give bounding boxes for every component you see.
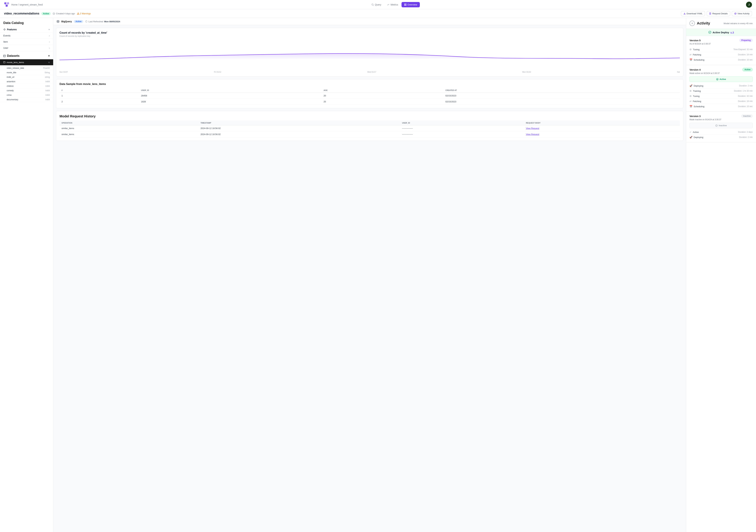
tab-metrics[interactable]: Metrics <box>385 2 401 7</box>
main-layout: Data Catalog Features + Events › Item › … <box>0 18 756 532</box>
svg-rect-7 <box>404 5 405 6</box>
step-scheduling-v4: 📅 Scheduling Duration: 10 sec <box>689 104 753 109</box>
view-request-link[interactable]: View Request <box>526 127 539 130</box>
inactive-icon <box>715 124 718 127</box>
history-table: OPERATION TIMESTAMP USER_ID REQUEST BODY… <box>60 120 680 138</box>
step-fetching-v4: ⇄ Fetching Duration: 16 min <box>689 99 753 104</box>
svg-point-21 <box>57 20 59 21</box>
catalog-title: Data Catalog <box>3 21 24 25</box>
datasource-status-badge: Active <box>74 20 83 23</box>
fetching-icon: ⇄ <box>689 53 691 56</box>
column-video-release-date: video_release_date Float32 <box>0 66 53 70</box>
search-icon <box>371 4 374 6</box>
chevron-down-icon: ∨ <box>48 61 50 63</box>
column-documentary: documentary Int64 <box>0 97 53 102</box>
data-sample-section: Data Sample from movie_lens_items # USER… <box>56 79 683 108</box>
step-fetching: ⇄ Fetching Duration: 16 min <box>689 52 753 57</box>
add-dataset-button[interactable]: + <box>48 54 50 58</box>
center-panel: BigQuery Active Last Refreshed Mon 08/05… <box>53 18 686 532</box>
dataset-movie-lens[interactable]: movie_lens_items ∨ <box>0 59 53 65</box>
status-badge: Active <box>41 12 51 15</box>
datasource-bar: BigQuery Active Last Refreshed Mon 08/05… <box>53 18 686 25</box>
step-scheduling: 📅 Scheduling Duration: 10 sec <box>689 57 753 62</box>
breadcrumb: Home / segment_stream_feed <box>11 3 43 6</box>
dataset-icon <box>3 61 5 63</box>
data-catalog-header: Data Catalog <box>0 18 53 26</box>
refresh-info: Last Refreshed Mon 08/05/2024 <box>85 20 120 23</box>
created-info: Created 4 days ago <box>53 12 75 15</box>
column-crime: crime Int64 <box>0 93 53 97</box>
svg-rect-2 <box>6 5 8 7</box>
activity-icon <box>734 13 737 15</box>
warnings-badge[interactable]: 2 Warnings <box>77 12 91 15</box>
svg-rect-5 <box>404 4 405 5</box>
svg-rect-0 <box>4 2 7 5</box>
version-3-badge: Inactive <box>741 114 753 118</box>
features-section[interactable]: Features + <box>0 26 53 33</box>
data-sample-table: # USER_ID AGE CREATED AT 1 28458 20 02/1… <box>60 88 680 105</box>
table-icon <box>3 55 6 57</box>
data-sample-title: Data Sample from movie_lens_items <box>60 83 680 86</box>
nav-left: Home / segment_stream_feed <box>4 2 43 7</box>
retrain-info: Model retrains in every 45 min <box>724 22 753 25</box>
avatar: J <box>746 2 752 8</box>
deploy-icon: 🚀 <box>689 136 692 139</box>
chart-title: Count of records by 'created_at_time' <box>60 31 680 34</box>
nav-item-events[interactable]: Events › <box>0 33 53 39</box>
sub-header-right: Download YAML Request Details View Activ… <box>681 11 752 16</box>
sub-header-left: video_recommendations Active Created 4 d… <box>4 12 91 15</box>
view-activity-button[interactable]: View Activity <box>732 11 752 16</box>
grid-icon <box>404 4 407 6</box>
warning-icon <box>77 13 79 15</box>
step-active-v3: ✓ Active Duration: 2 days <box>689 130 753 135</box>
training-icon: ⚙ <box>689 89 692 92</box>
svg-rect-16 <box>4 55 6 57</box>
version-5-badge: Preparing <box>739 38 753 42</box>
request-details-button[interactable]: Request Details <box>707 11 730 16</box>
tab-query[interactable]: Query <box>369 2 384 7</box>
svg-rect-12 <box>710 13 711 14</box>
tuning-icon: ⚙ <box>689 95 692 97</box>
activity-panel: ✕ Activity Model retrains in every 45 mi… <box>686 18 756 532</box>
active-deploy-version-link[interactable]: v. 5 <box>731 31 734 34</box>
chart-subtitle: Count of records by replication key <box>60 35 680 37</box>
deploy-icon: 🚀 <box>689 85 692 87</box>
sub-header: video_recommendations Active Created 4 d… <box>0 9 756 18</box>
chart-section: Count of records by 'created_at_time' Co… <box>56 28 683 76</box>
nav-item-item[interactable]: Item › <box>0 39 53 45</box>
check-circle-icon <box>708 31 711 34</box>
plus-icon: + <box>48 28 50 31</box>
svg-rect-19 <box>4 62 5 63</box>
v4-status-bar: Active <box>689 76 753 82</box>
activity-title: Activity <box>697 21 710 25</box>
calendar-icon: 📅 <box>689 59 692 61</box>
activity-header: ✕ Activity Model retrains in every 45 mi… <box>686 18 756 29</box>
tab-overview[interactable]: Overview <box>401 2 420 7</box>
chart-svg <box>60 40 680 70</box>
column-children: children Int64 <box>0 84 53 89</box>
table-row: 1 28458 20 02/15/2023 <box>60 93 680 99</box>
nav-item-user[interactable]: User › <box>0 45 53 51</box>
column-movie-title: movie_title String <box>0 70 53 75</box>
chevron-right-icon: › <box>49 40 50 43</box>
file-icon <box>709 13 711 15</box>
download-icon <box>684 13 686 15</box>
view-request-link[interactable]: View Request <box>526 133 539 136</box>
svg-line-4 <box>373 5 374 6</box>
column-imdb-url: imdb_url string <box>0 75 53 79</box>
check-icon: ✓ <box>689 131 691 133</box>
step-tuning-v4: ⚙ Tuning Duration: 32 min <box>689 93 753 99</box>
model-name: video_recommendations <box>4 12 39 15</box>
logo-icon <box>4 2 9 7</box>
chart-icon <box>387 4 390 6</box>
chevron-right-icon: › <box>49 34 50 37</box>
table-row: 2 1828 25 02/15/2023 <box>60 99 680 105</box>
version-5-section: Version 5 Preparing As of 9/15/24 at 3:3… <box>686 36 756 65</box>
version-3-section: Version 3 Inactive Made inactive on 9/14… <box>686 112 756 142</box>
nav-tabs: Query Metrics Overview <box>369 2 420 7</box>
download-yaml-button[interactable]: Download YAML <box>681 11 705 16</box>
step-deploying-v3: 🚀 Deploying Duration: 2 min <box>689 135 753 140</box>
top-nav: Home / segment_stream_feed Query Metrics… <box>0 0 756 9</box>
chevron-right-icon: › <box>49 47 50 49</box>
close-activity-button[interactable]: ✕ <box>689 21 695 26</box>
